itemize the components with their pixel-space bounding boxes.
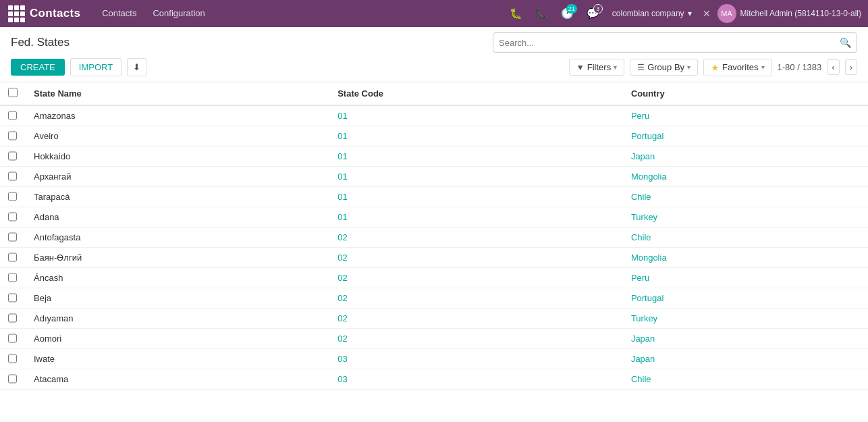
row-state-name[interactable]: Tarapacá xyxy=(26,187,329,207)
row-state-code: 01 xyxy=(329,187,623,207)
row-state-name[interactable]: Adana xyxy=(26,207,329,228)
row-checkbox-cell[interactable] xyxy=(0,147,24,165)
search-input[interactable] xyxy=(499,38,840,48)
phone-icon: 📞 xyxy=(535,7,548,20)
row-country[interactable]: Chile xyxy=(623,187,868,207)
phone-icon-btn[interactable]: 📞 xyxy=(531,3,553,24)
row-country[interactable]: Turkey xyxy=(623,309,868,329)
topbar-nav: Contacts Configuration xyxy=(94,0,213,27)
nav-contacts[interactable]: Contacts xyxy=(94,0,144,27)
row-country[interactable]: Portugal xyxy=(623,126,868,147)
close-icon[interactable]: ✕ xyxy=(700,8,713,19)
row-checkbox[interactable] xyxy=(8,151,17,161)
company-selector[interactable]: colombian company ▾ xyxy=(608,9,696,18)
favorites-chevron-icon: ▾ xyxy=(761,63,765,71)
row-checkbox-cell[interactable] xyxy=(0,207,24,226)
row-checkbox-cell[interactable] xyxy=(0,126,24,145)
row-country[interactable]: Japan xyxy=(623,329,868,349)
prev-page-button[interactable]: ‹ xyxy=(827,59,839,75)
app-brand: Contacts xyxy=(30,7,80,20)
row-checkbox[interactable] xyxy=(8,313,17,323)
row-country[interactable]: Japan xyxy=(623,349,868,369)
groupby-button[interactable]: ☰ Group By ▾ xyxy=(630,59,698,76)
col-country: Country xyxy=(623,82,868,105)
select-all-checkbox[interactable] xyxy=(8,88,18,97)
select-all-header[interactable] xyxy=(0,82,26,105)
row-state-name[interactable]: Áncash xyxy=(26,268,329,288)
row-country[interactable]: Turkey xyxy=(623,207,868,228)
row-checkbox-cell[interactable] xyxy=(0,248,24,267)
row-checkbox[interactable] xyxy=(8,131,17,140)
row-state-code: 03 xyxy=(329,349,623,369)
nav-configuration[interactable]: Configuration xyxy=(144,0,213,27)
row-checkbox[interactable] xyxy=(8,192,17,201)
row-checkbox-cell[interactable] xyxy=(0,167,24,186)
row-checkbox-cell[interactable] xyxy=(0,268,24,287)
row-country[interactable]: Mongolia xyxy=(623,248,868,268)
row-checkbox-cell[interactable] xyxy=(0,187,24,206)
row-checkbox[interactable] xyxy=(8,111,17,120)
filters-label: Filters xyxy=(587,62,611,72)
row-state-name[interactable]: Adıyaman xyxy=(26,309,329,329)
row-checkbox-cell[interactable] xyxy=(0,106,24,125)
row-checkbox[interactable] xyxy=(8,172,17,181)
row-country[interactable]: Chile xyxy=(623,228,868,248)
row-state-name[interactable]: Aveiro xyxy=(26,126,329,147)
row-country[interactable]: Portugal xyxy=(623,288,868,309)
star-icon: ★ xyxy=(711,62,720,73)
row-checkbox[interactable] xyxy=(8,253,17,262)
row-state-name[interactable]: Aomori xyxy=(26,329,329,349)
row-checkbox[interactable] xyxy=(8,334,17,343)
row-state-name[interactable]: Beja xyxy=(26,288,329,309)
chat-icon-btn[interactable]: 💬 3 xyxy=(582,3,604,24)
row-checkbox-cell[interactable] xyxy=(0,309,24,327)
pagination-info: 1-80 / 1383 xyxy=(778,62,822,72)
filters-button[interactable]: ▼ Filters ▾ xyxy=(569,59,624,76)
row-checkbox-cell[interactable] xyxy=(0,288,24,307)
row-state-name[interactable]: Баян-Өлгий xyxy=(26,248,329,268)
row-state-name[interactable]: Iwate xyxy=(26,349,329,369)
row-state-name[interactable]: Hokkaido xyxy=(26,147,329,167)
user-name[interactable]: Mitchell Admin (5814110-13-0-all) xyxy=(740,9,861,18)
activity-icon-btn[interactable]: 🐛 xyxy=(506,3,527,24)
table-row: Adıyaman 02 Turkey xyxy=(0,309,868,329)
row-state-name[interactable]: Atacama xyxy=(26,369,329,390)
row-checkbox-cell[interactable] xyxy=(0,228,24,246)
row-checkbox[interactable] xyxy=(8,212,17,221)
table-row: Beja 02 Portugal xyxy=(0,288,868,309)
apps-icon[interactable] xyxy=(7,4,26,23)
toolbar-right: ▼ Filters ▾ ☰ Group By ▾ ★ Favorites ▾ 1… xyxy=(569,59,857,76)
row-checkbox-cell[interactable] xyxy=(0,369,24,388)
row-state-code: 02 xyxy=(329,268,623,288)
company-chevron-icon: ▾ xyxy=(688,9,692,18)
row-country[interactable]: Peru xyxy=(623,105,868,126)
clock-icon-btn[interactable]: 🕐 21 xyxy=(557,3,578,24)
row-checkbox[interactable] xyxy=(8,374,17,384)
table-row: Iwate 03 Japan xyxy=(0,349,868,369)
favorites-button[interactable]: ★ Favorites ▾ xyxy=(703,59,771,76)
row-checkbox[interactable] xyxy=(8,293,17,302)
row-checkbox[interactable] xyxy=(8,273,17,282)
import-button[interactable]: IMPORT xyxy=(70,58,121,76)
row-state-name[interactable]: Архангай xyxy=(26,167,329,187)
row-country[interactable]: Mongolia xyxy=(623,167,868,187)
row-checkbox[interactable] xyxy=(8,354,17,363)
avatar[interactable]: MA xyxy=(717,4,736,23)
row-state-name[interactable]: Antofagasta xyxy=(26,228,329,248)
row-state-code: 01 xyxy=(329,167,623,187)
row-checkbox-cell[interactable] xyxy=(0,329,24,348)
next-page-button[interactable]: › xyxy=(845,59,857,75)
create-button[interactable]: CREATE xyxy=(11,59,65,76)
row-checkbox-cell[interactable] xyxy=(0,349,24,368)
row-state-name[interactable]: Amazonas xyxy=(26,105,329,126)
fed-states-table: State Name State Code Country Amazonas 0… xyxy=(0,82,868,390)
download-button[interactable]: ⬇ xyxy=(127,58,146,76)
table-row: Баян-Өлгий 02 Mongolia xyxy=(0,248,868,268)
table-row: Aveiro 01 Portugal xyxy=(0,126,868,147)
row-state-code: 02 xyxy=(329,288,623,309)
groupby-icon: ☰ xyxy=(637,63,645,72)
row-country[interactable]: Japan xyxy=(623,147,868,167)
row-country[interactable]: Peru xyxy=(623,268,868,288)
row-checkbox[interactable] xyxy=(8,232,17,242)
row-country[interactable]: Chile xyxy=(623,369,868,390)
